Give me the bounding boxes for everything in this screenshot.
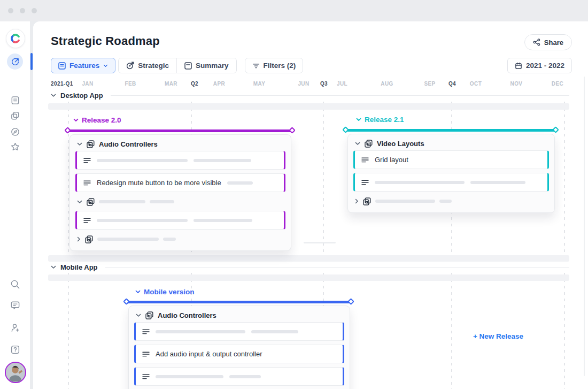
date-range-button[interactable]: 2021 - 2022: [507, 58, 572, 73]
user-avatar[interactable]: [5, 362, 26, 383]
main-panel: Strategic Roadmap Share Features Strate: [33, 21, 588, 389]
feature-card[interactable]: [353, 173, 549, 192]
group-title: Audio Controllers: [158, 311, 216, 319]
sidebar-item-feedback[interactable]: [7, 297, 23, 313]
feature-lines-icon: [142, 373, 150, 380]
summary-view-button[interactable]: Summary: [176, 58, 236, 73]
release-toggle[interactable]: Release 2.0: [73, 116, 121, 124]
timeline-label: MAR: [165, 81, 177, 87]
group-row[interactable]: [70, 196, 291, 208]
chevron-down-icon: [77, 142, 82, 146]
share-button[interactable]: Share: [524, 34, 572, 50]
lane-header-mobile[interactable]: Mobile App: [51, 263, 569, 271]
timeline-label: Q2: [191, 81, 198, 87]
placeholder-bar: [194, 159, 251, 162]
feature-card[interactable]: [75, 211, 285, 230]
window-maximize-button[interactable]: [32, 8, 37, 13]
invite-user-icon: [10, 323, 20, 333]
sidebar-item-discover[interactable]: [7, 124, 23, 140]
feature-card[interactable]: [134, 367, 344, 386]
chevron-down-icon: [136, 314, 141, 317]
window-minimize-button[interactable]: [20, 8, 25, 13]
timeline-label: Q3: [320, 81, 328, 87]
placeholder-bar: [97, 219, 188, 222]
release-panel: Audio Controllers Redesign mute button t…: [69, 134, 291, 251]
page-title: Strategic Roadmap: [51, 34, 160, 48]
share-icon: [533, 39, 540, 46]
lane-rule: [105, 267, 569, 268]
filters-button[interactable]: Filters (2): [245, 58, 304, 73]
release-toggle[interactable]: Mobile version: [135, 288, 195, 296]
chevron-down-icon: [51, 94, 56, 97]
sidebar-item-roadmap[interactable]: [7, 54, 23, 70]
window-close-button[interactable]: [8, 8, 13, 13]
release-name: Mobile version: [144, 288, 195, 296]
sidebar-item-items[interactable]: [7, 108, 23, 124]
feature-card[interactable]: Redesign mute button to be more visible: [75, 173, 285, 192]
chevron-down-icon: [355, 142, 360, 146]
release-bar[interactable]: [127, 301, 350, 303]
feature-card[interactable]: [75, 151, 285, 170]
board-icon: [58, 62, 66, 70]
strategic-view-button[interactable]: Strategic: [119, 58, 176, 73]
timeline-label: JUN: [298, 81, 309, 87]
strategic-label: Strategic: [138, 62, 169, 70]
release-name: Release 2.1: [365, 116, 404, 124]
help-icon: [10, 345, 20, 355]
sidebar-item-favorites[interactable]: [7, 139, 23, 155]
placeholder-bar: [156, 330, 245, 333]
notes-icon: [10, 95, 20, 105]
ghost-release-bar: [304, 242, 336, 243]
calendar-icon: [515, 62, 522, 70]
group-row[interactable]: [348, 195, 554, 207]
collapsed-row: [48, 103, 569, 110]
release-bar[interactable]: [346, 129, 555, 132]
feedback-icon: [10, 300, 20, 310]
timeline-label: Q4: [448, 81, 456, 87]
goal-icon: [126, 62, 134, 70]
sidebar-item-search[interactable]: [7, 276, 23, 292]
group-header[interactable]: Audio Controllers: [70, 135, 291, 151]
placeholder-bar: [150, 200, 174, 203]
sidebar-item-help[interactable]: [7, 341, 23, 357]
group-stack-icon: [145, 311, 153, 319]
release-toggle[interactable]: Release 2.1: [356, 116, 404, 124]
placeholder-bar: [251, 330, 298, 333]
feature-card[interactable]: [134, 322, 344, 341]
group-row[interactable]: [70, 233, 291, 245]
chevron-down-icon: [77, 200, 82, 204]
group-stack-icon: [365, 140, 373, 148]
feature-card[interactable]: Grid layout: [353, 150, 549, 169]
items-stack-icon: [10, 111, 20, 121]
sidebar-item-invite-user[interactable]: [7, 319, 23, 335]
feature-lines-icon: [83, 217, 91, 224]
feature-lines-icon: [142, 329, 150, 335]
timeline-label: APR: [213, 81, 225, 87]
features-view-button[interactable]: Features: [51, 58, 115, 73]
sidebar: [0, 21, 30, 389]
lane-header-desktop[interactable]: Desktop App: [51, 91, 569, 100]
placeholder-bar: [163, 238, 176, 241]
feature-card[interactable]: Add audio input & output controller: [134, 345, 344, 363]
group-header[interactable]: Video Layouts: [348, 134, 554, 150]
timeline-label: DEC: [552, 81, 563, 87]
feature-title: Grid layout: [375, 156, 408, 164]
group-header[interactable]: Audio Controllers: [129, 306, 350, 322]
timeline-label: OCT: [470, 81, 482, 87]
group-title: Video Layouts: [377, 140, 424, 148]
release-bar[interactable]: [68, 129, 291, 132]
craft-logo[interactable]: [6, 29, 25, 48]
chevron-down-icon: [73, 118, 79, 122]
feature-lines-icon: [83, 157, 91, 164]
group-stack-icon: [85, 235, 93, 243]
placeholder-bar: [375, 200, 435, 203]
view-switcher: Strategic Summary: [118, 58, 236, 73]
filters-label: Filters (2): [264, 62, 296, 70]
chevron-right-icon: [355, 199, 359, 204]
chevron-down-icon: [103, 64, 108, 67]
group-stack-icon: [363, 197, 371, 205]
sidebar-item-notes[interactable]: [7, 92, 23, 108]
feature-lines-icon: [361, 157, 369, 163]
timeline-label: JUL: [337, 81, 347, 87]
avatar-photo: [6, 363, 25, 382]
